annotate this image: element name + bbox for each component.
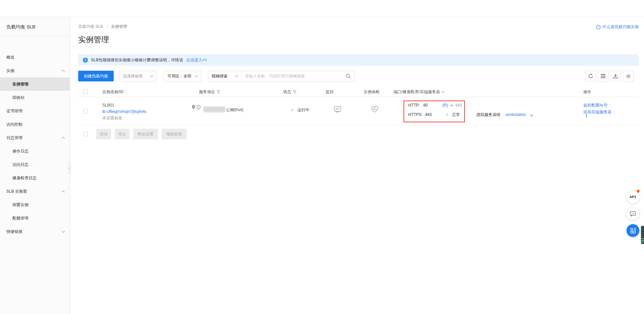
- vserver-group-link[interactable]: workstation: [505, 112, 526, 117]
- sidebar-item-instance-management[interactable]: 实例管理: [0, 77, 70, 91]
- zone-filter-dropdown[interactable]: 可用区：全部: [164, 71, 201, 81]
- filter-icon[interactable]: [293, 90, 297, 94]
- breadcrumb-current: 实例管理: [111, 24, 127, 29]
- check-icon: ✓: [291, 108, 294, 112]
- chevron-down-icon: [441, 90, 444, 93]
- top-header-bar: [0, 0, 644, 17]
- row-checkbox[interactable]: [83, 109, 88, 114]
- more-actions-icon[interactable]: ⋮: [584, 115, 615, 117]
- settings-button[interactable]: [623, 71, 634, 81]
- health-checkup-icon[interactable]: [371, 106, 378, 114]
- chevron-down-icon: [235, 74, 238, 77]
- filter-icon[interactable]: [217, 90, 220, 94]
- sidebar-item-access-logs[interactable]: 访问日志: [0, 158, 70, 171]
- col-header-name: 实例名称/ID: [102, 89, 123, 95]
- col-header-checkup: 实例体检: [364, 89, 380, 95]
- instance-name: SLB01: [102, 102, 146, 109]
- gear-icon: [626, 73, 631, 79]
- sidebar-menu: 概览 实例 实例管理 回收站 证书管理 访问控制 日志管理 操作日志 访问日志 …: [0, 51, 70, 238]
- sidebar-item-certificates[interactable]: 证书管理: [0, 104, 70, 118]
- shield-icon: [197, 105, 201, 110]
- sidebar-item-quota-management[interactable]: 配额管理: [0, 211, 70, 225]
- grid-diamond-icon: [630, 228, 636, 234]
- what-is-slb-link[interactable]: ? 什么是负载均衡实例: [596, 24, 639, 30]
- info-icon: i: [83, 58, 88, 63]
- edit-tags-button[interactable]: 编辑标签: [162, 129, 186, 139]
- col-header-address: 服务地址: [199, 89, 220, 95]
- listener-wizard-link[interactable]: 监听配置向导: [583, 103, 607, 108]
- instance-search-box[interactable]: [241, 71, 355, 81]
- col-header-action: 操作: [583, 89, 591, 95]
- chevron-up-icon: [62, 137, 65, 140]
- status-badge: ✓ 运行中: [291, 107, 309, 113]
- address-suffix: 公网IPv4): [226, 107, 244, 113]
- sidebar-item-overview[interactable]: 概览: [0, 51, 70, 64]
- col-header-monitor: 监控: [326, 89, 334, 95]
- chevron-down-icon: [195, 74, 198, 77]
- footer-select-checkbox[interactable]: [83, 132, 88, 136]
- chevron-up-icon: [62, 70, 65, 73]
- sidebar-item-operation-logs[interactable]: 操作日志: [0, 144, 70, 158]
- backend-default-dash: -: [469, 103, 471, 108]
- widgets-panel-button[interactable]: [627, 224, 639, 237]
- sidebar-item-instances[interactable]: 实例: [0, 64, 70, 77]
- list-icon: [600, 74, 606, 78]
- download-icon: [613, 73, 618, 79]
- sidebar-item-log-management[interactable]: 日志管理: [0, 131, 70, 144]
- sidebar-item-idle-instances[interactable]: 闲置实例: [0, 198, 70, 211]
- refresh-button[interactable]: [585, 71, 596, 81]
- location-pin-icon: [192, 105, 196, 110]
- monitor-chart-icon[interactable]: [334, 106, 341, 114]
- question-circle-icon: ?: [596, 25, 601, 29]
- tag-filter-dropdown[interactable]: 请选择标签: [119, 71, 157, 81]
- breadcrumb: 负载均衡 SLB / 实例管理: [78, 24, 127, 29]
- chevron-up-icon: [62, 190, 65, 194]
- create-slb-button[interactable]: 创建负载均衡: [78, 71, 114, 81]
- vserver-group: 虚拟服务器组 workstation: [476, 112, 533, 118]
- sidebar-item-recycle-bin[interactable]: 回收站: [0, 91, 70, 104]
- chevron-down-icon: [150, 74, 154, 77]
- chevron-down-icon: [62, 229, 65, 233]
- notice-banner: i SLB性能保障型实例最小规格计费调整说明，详情请 点击进入>>: [78, 54, 639, 66]
- listener-row-http[interactable]: HTTP: 80 (R) ➤ 443: [408, 103, 462, 108]
- redirect-arrow-icon: ➤: [449, 103, 454, 108]
- release-settings-button[interactable]: 释放设置: [133, 129, 158, 139]
- instance-search-input[interactable]: [245, 74, 343, 78]
- table-header: 实例名称/ID 服务地址 状态 监控 实例体检 端口/健康检查/后端服务器 操作: [78, 86, 639, 97]
- svg-text:?: ?: [598, 25, 599, 29]
- side-panel-handle[interactable]: [641, 226, 644, 244]
- refresh-icon: [588, 73, 593, 79]
- export-button[interactable]: [610, 71, 621, 81]
- instance-id-link[interactable]: lb-uf6egrnnhqnl7j8sj4efu: [102, 109, 146, 114]
- check-icon: ✓: [445, 112, 449, 117]
- table-row: SLB01 lb-uf6egrnnhqnl7j8sj4efu 未设置标签 公网I…: [78, 97, 639, 125]
- action-cell: 监听配置向导| 添加后端服务器| ⋮: [583, 102, 615, 117]
- instance-tag[interactable]: 未设置标签: [102, 115, 146, 121]
- stop-button[interactable]: 停止: [115, 129, 129, 139]
- col-header-ports[interactable]: 端口/健康检查/后端服务器: [393, 89, 444, 95]
- sidebar-item-health-check-logs[interactable]: 健康检查日志: [0, 171, 70, 185]
- col-header-status: 状态: [283, 89, 297, 95]
- sidebar-item-slb-lab[interactable]: SLB 实验室: [0, 185, 70, 198]
- breadcrumb-parent[interactable]: 负载均衡 SLB: [78, 24, 103, 29]
- address-type-icons: [192, 104, 201, 111]
- start-button[interactable]: 启动: [96, 129, 111, 139]
- sidebar-item-access-control[interactable]: 访问控制: [0, 118, 70, 131]
- sidebar-collapse-handle[interactable]: ‹: [67, 162, 71, 174]
- ip-address-redacted: [203, 107, 225, 112]
- sidebar-title: 负载均衡 SLB: [0, 17, 70, 36]
- search-icon[interactable]: [345, 73, 351, 79]
- banner-link[interactable]: 点击进入>>: [186, 57, 207, 63]
- listener-row-https[interactable]: HTTPS: 443 ✓ 正常: [408, 112, 460, 118]
- list-view-button[interactable]: [598, 71, 608, 81]
- select-all-checkbox[interactable]: [83, 89, 88, 94]
- instance-search-group: 模糊搜索: [208, 71, 355, 81]
- banner-text: SLB性能保障型实例最小规格计费调整说明，详情请: [91, 57, 183, 63]
- redirect-mark[interactable]: (R): [442, 103, 448, 108]
- chevron-down-icon[interactable]: [530, 113, 533, 117]
- chat-bubble-icon: [630, 211, 636, 216]
- search-mode-dropdown[interactable]: 模糊搜索: [208, 71, 241, 81]
- feedback-button[interactable]: [627, 207, 639, 220]
- page-title: 实例管理: [78, 35, 109, 45]
- sidebar-item-quick-links[interactable]: 快捷链接: [0, 225, 70, 238]
